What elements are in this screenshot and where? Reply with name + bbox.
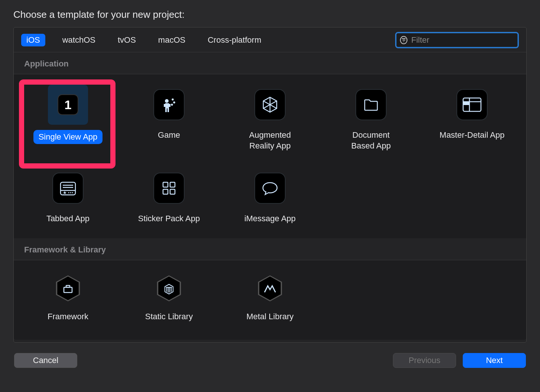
svg-rect-27 xyxy=(163,189,168,194)
dialog-title: Choose a template for your new project: xyxy=(13,9,527,20)
template-label: Framework xyxy=(48,311,88,322)
metal-library-icon xyxy=(257,275,283,302)
template-panel: iOS watchOS tvOS macOS Cross-platform Ap… xyxy=(13,27,527,343)
svg-rect-2 xyxy=(164,104,165,107)
static-library-icon xyxy=(156,275,182,302)
template-document-based-app[interactable]: Document Based App xyxy=(321,82,422,154)
tab-tvos[interactable]: tvOS xyxy=(113,34,141,46)
filter-field[interactable] xyxy=(395,32,519,48)
tabbed-icon: ★ xyxy=(52,173,84,204)
svg-rect-5 xyxy=(167,108,169,112)
single-view-app-icon: 1 xyxy=(52,89,84,120)
svg-rect-25 xyxy=(163,182,168,187)
svg-rect-3 xyxy=(169,104,170,107)
svg-rect-30 xyxy=(66,285,70,287)
svg-text:★: ★ xyxy=(63,190,67,195)
next-button[interactable]: Next xyxy=(463,353,526,368)
template-label: Sticker Pack App xyxy=(138,213,200,224)
template-label: Tabbed App xyxy=(46,213,90,224)
template-single-view-app[interactable]: 1 Single View App xyxy=(17,82,118,154)
svg-rect-29 xyxy=(64,287,72,293)
framework-icon xyxy=(55,275,81,302)
tab-cross-platform[interactable]: Cross-platform xyxy=(202,34,266,46)
svg-marker-31 xyxy=(165,284,173,294)
template-label: Static Library xyxy=(145,311,193,322)
master-detail-icon xyxy=(456,89,488,120)
section-header-framework: Framework & Library xyxy=(14,238,526,260)
svg-rect-4 xyxy=(165,108,167,112)
svg-point-22 xyxy=(72,192,73,193)
template-label: Game xyxy=(158,130,180,141)
template-label: Metal Library xyxy=(246,311,293,322)
template-label: Master-Detail App xyxy=(440,130,505,141)
svg-point-6 xyxy=(172,99,173,100)
platform-tabbar: iOS watchOS tvOS macOS Cross-platform xyxy=(14,27,526,52)
svg-point-0 xyxy=(165,99,169,103)
template-sticker-pack-app[interactable]: Sticker Pack App xyxy=(118,165,219,227)
ar-icon xyxy=(254,89,286,120)
game-icon xyxy=(153,89,185,120)
cancel-button[interactable]: Cancel xyxy=(14,353,77,368)
template-tabbed-app[interactable]: ★ Tabbed App xyxy=(17,165,118,227)
template-label: Document Based App xyxy=(351,130,391,151)
filter-icon xyxy=(400,36,407,44)
section-header-application: Application xyxy=(14,52,526,74)
svg-point-20 xyxy=(68,192,69,193)
tab-watchos[interactable]: watchOS xyxy=(57,34,101,46)
template-imessage-app[interactable]: iMessage App xyxy=(219,165,321,227)
svg-point-8 xyxy=(172,104,173,105)
svg-rect-28 xyxy=(170,189,175,194)
svg-point-7 xyxy=(174,102,175,103)
svg-rect-16 xyxy=(463,102,469,105)
template-label: Single View App xyxy=(33,130,103,144)
application-grid: 1 Single View App xyxy=(14,74,526,238)
template-metal-library[interactable]: Metal Library xyxy=(219,268,321,325)
tab-macos[interactable]: macOS xyxy=(153,34,191,46)
tab-ios[interactable]: iOS xyxy=(21,34,45,46)
template-label: Augmented Reality App xyxy=(249,130,291,151)
previous-button: Previous xyxy=(393,353,456,368)
template-master-detail-app[interactable]: Master-Detail App xyxy=(422,82,523,154)
svg-rect-1 xyxy=(165,103,169,108)
dialog-footer: Cancel Previous Next xyxy=(13,343,527,368)
svg-point-21 xyxy=(70,192,71,193)
filter-input[interactable] xyxy=(411,35,514,45)
template-label: iMessage App xyxy=(244,213,296,224)
template-static-library[interactable]: Static Library xyxy=(118,268,219,325)
imessage-icon xyxy=(254,173,286,204)
template-augmented-reality-app[interactable]: Augmented Reality App xyxy=(219,82,321,154)
template-framework[interactable]: Framework xyxy=(17,268,118,325)
document-icon xyxy=(355,89,387,120)
svg-rect-26 xyxy=(170,182,175,187)
sticker-pack-icon xyxy=(153,173,185,204)
template-game[interactable]: Game xyxy=(118,82,219,154)
framework-grid: Framework xyxy=(14,260,526,340)
